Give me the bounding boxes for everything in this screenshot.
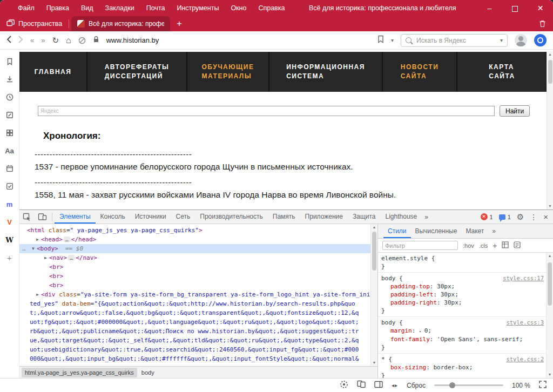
sidebar-history-icon[interactable]: [5, 92, 15, 102]
closed-tabs-trash-icon[interactable]: [539, 20, 553, 28]
styles-sidebar-tab[interactable]: Макет: [461, 224, 488, 238]
menu-item[interactable]: Инструменты: [171, 4, 225, 12]
search-engine-dropdown-icon[interactable]: ▾: [500, 37, 503, 43]
history-back-icon[interactable]: «: [30, 36, 34, 44]
browser-tab[interactable]: Всё для историка: профес: [71, 16, 170, 31]
minimize-button[interactable]: –: [477, 0, 502, 16]
yandex-search-box[interactable]: ▾: [401, 34, 508, 47]
page-scrollbar[interactable]: ▲ ▼: [547, 51, 553, 209]
sidebar-notes-icon[interactable]: [5, 110, 15, 120]
dom-tree-node[interactable]: ▶<head>…</head>: [19, 235, 370, 244]
scroll-up-icon[interactable]: ▲: [371, 224, 377, 231]
settings-gear-icon[interactable]: ⚙: [517, 212, 524, 222]
profile-avatar[interactable]: [515, 34, 527, 46]
bookmark-flag-icon[interactable]: [377, 35, 384, 45]
dom-tree-node[interactable]: uot;usebigdictionary&quot;:true,&quot;se…: [19, 345, 370, 354]
site-search-button[interactable]: Найти: [500, 105, 530, 117]
sidebar-collections-icon[interactable]: [5, 128, 15, 138]
site-nav-item[interactable]: АВТОРЕФЕРАТЫ ДИССЕРТАЦИЙ: [86, 52, 186, 92]
computed-sheet-icon[interactable]: [514, 241, 521, 251]
close-button[interactable]: ✕: [528, 0, 553, 16]
forward-icon[interactable]: [18, 36, 23, 45]
site-nav-item[interactable]: КАРТА САЙТА: [456, 52, 547, 92]
issues-badge[interactable]: 1: [499, 214, 511, 220]
site-nav-item[interactable]: НОВОСТИ САЙТА: [382, 52, 456, 92]
sidebar-downloads-icon[interactable]: [5, 75, 15, 84]
dom-breadcrumb-item[interactable]: body: [138, 368, 158, 377]
css-rule[interactable]: style.css:3body {margin: ▸ 0;font-family…: [378, 317, 546, 354]
site-search-input[interactable]: [38, 106, 495, 116]
devtools-menu-icon[interactable]: ⋮: [530, 213, 537, 221]
inspect-element-icon[interactable]: [19, 213, 35, 221]
dom-breadcrumb-item[interactable]: html.ya-page_js_yes.ya-page_css_quirks: [22, 368, 137, 377]
stylesheet-link[interactable]: style.css:17: [503, 274, 544, 282]
dom-tree-node[interactable]: <html class=" ya-page_js_yes ya-page_css…: [19, 226, 370, 235]
sidebar-add-panel-icon[interactable]: +: [5, 253, 15, 262]
address-url[interactable]: www.historian.by: [106, 36, 159, 44]
dom-tree-node[interactable]: uot;fg&quot;:&quot;#000000&quot;,&quot;l…: [19, 317, 370, 327]
site-nav-item[interactable]: ГЛАВНАЯ: [19, 52, 86, 92]
stylesheet-link[interactable]: style.css:3: [506, 319, 544, 327]
zoom-reset-button[interactable]: Сброс: [407, 382, 426, 389]
split-screen-icon[interactable]: [357, 380, 366, 390]
scroll-down-icon[interactable]: ▼: [547, 371, 553, 378]
collapse-panels-icon[interactable]: ◂▸: [392, 382, 398, 388]
styles-sidebar-tab[interactable]: Стили: [383, 224, 411, 238]
dom-tree-node[interactable]: <br>: [19, 262, 370, 272]
device-toolbar-icon[interactable]: [35, 213, 50, 221]
devtools-tab[interactable]: Источники: [130, 210, 171, 224]
sidebar-bookmarks-icon[interactable]: [5, 57, 15, 66]
sidebar-calendar-icon[interactable]: [5, 164, 15, 173]
sidebar-mastodon-icon[interactable]: m: [5, 199, 15, 209]
home-icon[interactable]: ⌂: [66, 36, 71, 45]
ad-block-icon[interactable]: [78, 37, 86, 44]
devtools-tab[interactable]: Производительность: [195, 210, 267, 224]
scroll-down-icon[interactable]: ▼: [371, 360, 377, 366]
menu-item[interactable]: Почта: [140, 4, 171, 12]
dom-tree-node[interactable]: …▼<body> == $0: [19, 244, 370, 253]
fullscreen-icon[interactable]: [539, 381, 547, 390]
devtools-tab[interactable]: Lighthouse: [381, 210, 422, 224]
error-badge[interactable]: ✕1: [481, 213, 493, 220]
dom-tree-node[interactable]: 000&quot;,&quot;input_bg&quot;:&quot;#ff…: [19, 354, 370, 363]
yandex-services-icon[interactable]: [534, 34, 547, 46]
site-nav-item[interactable]: ИНФОРМАЦИОННАЯ СИСТЕМА: [268, 52, 382, 92]
styles-toggle[interactable]: :hov: [463, 242, 474, 249]
styles-toggle[interactable]: .cls: [479, 242, 488, 249]
stylesheet-link[interactable]: style.css:2: [506, 355, 544, 363]
menu-item[interactable]: Закладки: [99, 4, 140, 12]
styles-filter-input[interactable]: [382, 241, 458, 250]
scroll-up-icon[interactable]: ▲: [547, 51, 553, 58]
refresh-icon[interactable]: ↻: [52, 36, 59, 45]
menu-item[interactable]: Окно: [225, 4, 252, 12]
css-rule[interactable]: style.css:17body {padding-top: 30px;padd…: [378, 273, 546, 317]
sidebar-translator-icon[interactable]: Aа: [5, 146, 15, 156]
grid-editor-icon[interactable]: [502, 241, 509, 251]
devtools-tab[interactable]: Защита: [348, 210, 381, 224]
sidebar-wikipedia-icon[interactable]: W: [5, 235, 15, 245]
scroll-up-icon[interactable]: ▲: [547, 253, 553, 259]
scrollbar-thumb[interactable]: [548, 60, 552, 84]
scroll-down-icon[interactable]: ▼: [547, 203, 553, 209]
spaces-button[interactable]: Пространства: [0, 19, 69, 28]
more-tabs-icon[interactable]: »: [422, 213, 431, 221]
new-tab-button[interactable]: +: [170, 17, 188, 31]
css-rule[interactable]: element.style {}: [378, 253, 546, 273]
back-icon[interactable]: [6, 36, 11, 45]
zoom-slider-knob[interactable]: [449, 382, 455, 388]
menu-item[interactable]: Справка: [252, 4, 291, 12]
sidebar-v-service-icon[interactable]: V: [5, 217, 15, 227]
devtools-tab[interactable]: Сеть: [171, 210, 195, 224]
menu-item[interactable]: Файл: [12, 4, 41, 12]
dom-tree-node[interactable]: t;,&quot;arrow&quot;:false,&quot;bg&quot…: [19, 308, 370, 317]
side-panel-icon[interactable]: [374, 381, 383, 390]
dom-tree-node[interactable]: ue,&quot;target&quot;:&quot;_self&quot;,…: [19, 336, 370, 345]
styles-sidebar-tab[interactable]: Вычисленные: [411, 224, 462, 238]
menu-item[interactable]: Вид: [75, 4, 99, 12]
css-rule[interactable]: style.css:2* {box-sizing: border-box;}: [378, 354, 546, 378]
devtools-tab[interactable]: Приложение: [300, 210, 348, 224]
dom-tree-node[interactable]: <br>: [19, 272, 370, 281]
screenshot-icon[interactable]: [340, 380, 348, 391]
devtools-tab[interactable]: Элементы: [55, 210, 96, 224]
lock-icon[interactable]: [93, 36, 99, 45]
